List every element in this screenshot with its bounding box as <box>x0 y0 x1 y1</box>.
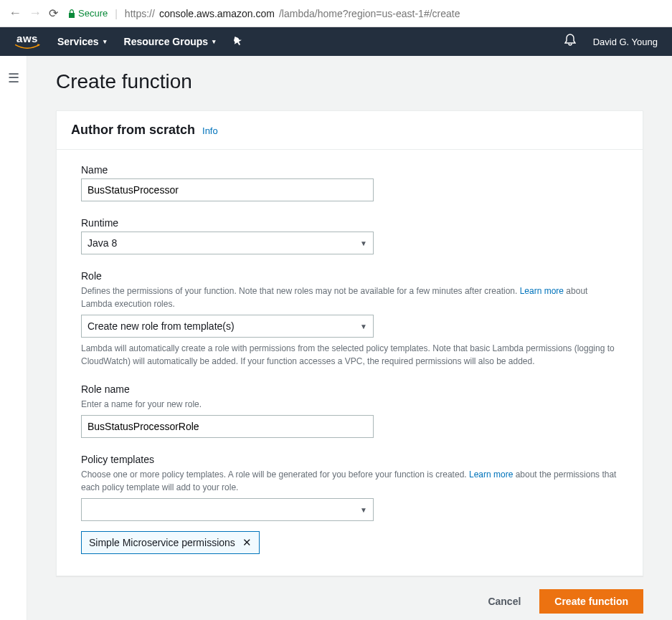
lock-icon <box>68 9 75 18</box>
url-host: console.aws.amazon.com <box>159 8 275 19</box>
role-desc-pre: Defines the permissions of your function… <box>81 286 520 296</box>
runtime-label: Runtime <box>81 217 618 229</box>
aws-logo-text: aws <box>16 33 38 44</box>
policy-label: Policy templates <box>81 454 618 465</box>
nav-resource-groups-label: Resource Groups <box>124 36 208 47</box>
form-group-name: Name <box>81 164 618 201</box>
main-area: ☰ Create function Author from scratch In… <box>0 56 672 620</box>
hamburger-icon[interactable]: ☰ <box>8 71 19 85</box>
policy-desc: Choose one or more policy templates. A r… <box>81 468 618 494</box>
page-title: Create function <box>56 70 643 93</box>
info-link[interactable]: Info <box>202 125 218 136</box>
dropdown-icon: ▼ <box>360 239 367 247</box>
role-label: Role <box>81 270 618 282</box>
side-panel-toggle: ☰ <box>0 56 27 620</box>
panel-header: Author from scratch Info <box>57 111 643 150</box>
footer-actions: Cancel Create function <box>56 576 643 614</box>
panel-header-title: Author from scratch <box>71 123 195 138</box>
browser-toolbar: ← → ⟳ Secure | https://console.aws.amazo… <box>0 0 672 27</box>
role-description: Defines the permissions of your function… <box>81 285 618 310</box>
role-after-desc: Lambda will automatically create a role … <box>81 342 618 368</box>
policy-desc-pre: Choose one or more policy templates. A r… <box>81 469 469 480</box>
form-group-policy: Policy templates Choose one or more poli… <box>81 454 618 554</box>
bell-icon[interactable] <box>564 34 576 50</box>
secure-label: Secure <box>78 8 108 19</box>
nav-resource-groups[interactable]: Resource Groups ▾ <box>124 36 216 47</box>
role-value: Create new role from template(s) <box>87 320 235 332</box>
role-name-desc: Enter a name for your new role. <box>81 398 618 411</box>
url-separator: | <box>115 8 118 19</box>
policy-chip-label: Simple Microservice permissions <box>89 537 235 548</box>
back-arrow-icon[interactable]: ← <box>9 6 22 21</box>
nav-services-label: Services <box>57 36 99 47</box>
forward-arrow-icon[interactable]: → <box>29 6 42 21</box>
panel-body: Name Runtime Java 8 ▼ Role Defines the p… <box>57 150 643 576</box>
form-group-runtime: Runtime Java 8 ▼ <box>81 217 618 254</box>
aws-smile-icon <box>14 44 40 51</box>
address-bar[interactable]: Secure | https://console.aws.amazon.com/… <box>65 8 663 19</box>
url-path: /lambda/home?region=us-east-1#/create <box>279 8 460 19</box>
policy-chip: Simple Microservice permissions ✕ <box>81 531 260 554</box>
close-icon[interactable]: ✕ <box>242 536 252 549</box>
nav-user[interactable]: David G. Young <box>593 37 658 47</box>
form-group-role-name: Role name Enter a name for your new role… <box>81 383 618 438</box>
runtime-value: Java 8 <box>87 237 117 249</box>
role-learn-more-link[interactable]: Learn more <box>520 286 564 296</box>
cancel-button[interactable]: Cancel <box>479 590 529 613</box>
policy-select[interactable]: ▼ <box>81 498 374 521</box>
role-name-input[interactable] <box>81 415 374 438</box>
url-scheme: https:// <box>125 8 155 19</box>
reload-icon[interactable]: ⟳ <box>49 6 58 20</box>
nav-services[interactable]: Services ▾ <box>57 36 107 47</box>
create-function-button[interactable]: Create function <box>539 589 643 614</box>
role-name-label: Role name <box>81 383 618 395</box>
chevron-down-icon: ▾ <box>103 38 107 45</box>
pin-icon[interactable] <box>233 36 242 48</box>
aws-logo[interactable]: aws <box>14 33 40 51</box>
content: Create function Author from scratch Info… <box>27 56 672 620</box>
name-input[interactable] <box>81 178 374 201</box>
form-group-role: Role Defines the permissions of your fun… <box>81 270 618 368</box>
policy-learn-more-link[interactable]: Learn more <box>469 469 513 480</box>
runtime-select[interactable]: Java 8 ▼ <box>81 232 374 254</box>
dropdown-icon: ▼ <box>360 506 367 514</box>
role-select[interactable]: Create new role from template(s) ▼ <box>81 315 374 338</box>
chevron-down-icon: ▾ <box>212 38 216 45</box>
dropdown-icon: ▼ <box>360 323 367 330</box>
name-label: Name <box>81 164 618 176</box>
author-panel: Author from scratch Info Name Runtime Ja… <box>56 110 643 576</box>
aws-top-nav: aws Services ▾ Resource Groups ▾ David G… <box>0 27 672 56</box>
secure-indicator: Secure <box>68 8 108 19</box>
